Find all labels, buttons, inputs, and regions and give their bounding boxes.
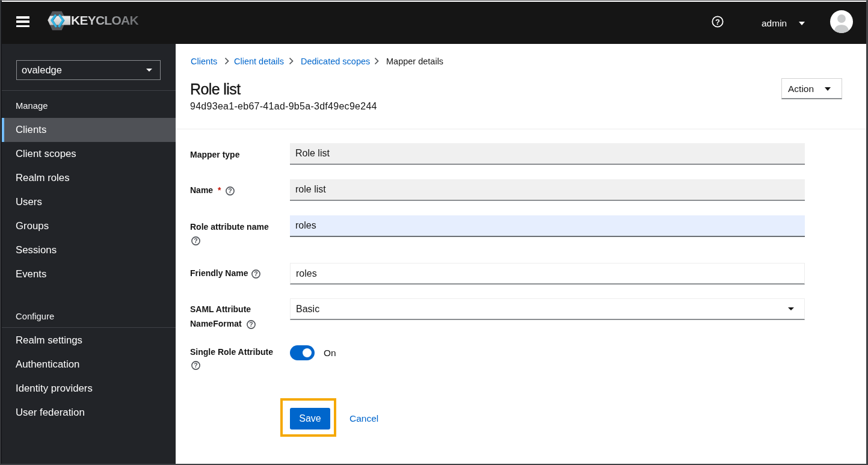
svg-text:?: ? (194, 362, 197, 369)
svg-text:?: ? (194, 237, 197, 244)
svg-text:?: ? (249, 321, 253, 328)
svg-text:?: ? (228, 187, 232, 194)
svg-text:?: ? (715, 17, 720, 26)
svg-text:?: ? (254, 270, 257, 277)
